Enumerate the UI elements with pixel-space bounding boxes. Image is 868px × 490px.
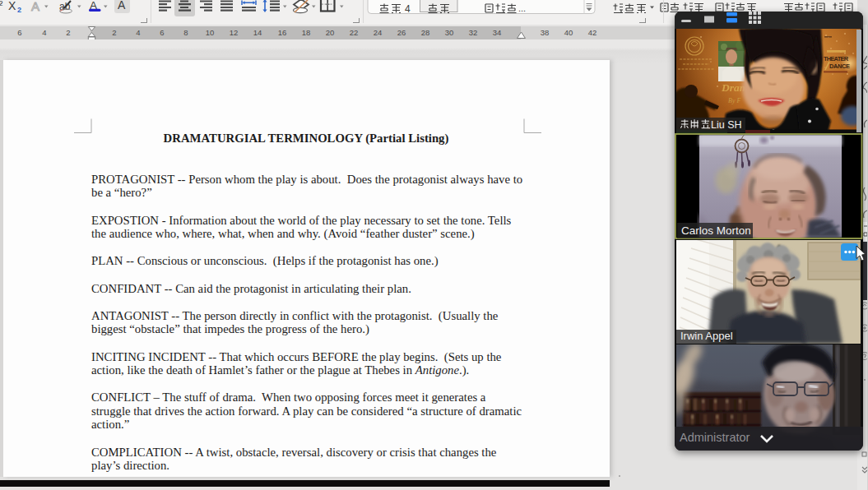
svg-text:THEATER: THEATER	[824, 55, 849, 62]
svg-text:...: ...	[518, 3, 526, 13]
svg-text:DANCE: DANCE	[829, 62, 850, 70]
svg-text:4: 4	[405, 3, 411, 15]
svg-text:By F: By F	[728, 97, 740, 104]
